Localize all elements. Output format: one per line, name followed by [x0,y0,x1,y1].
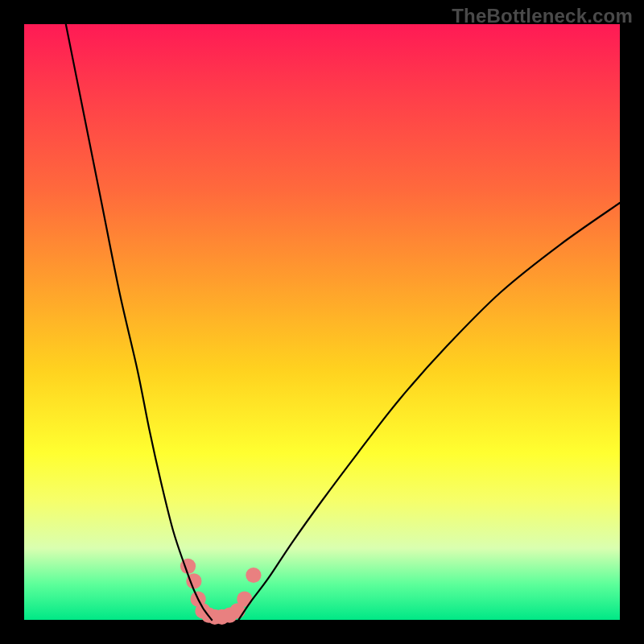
marker-point [237,591,252,606]
chart-svg [24,24,620,620]
marker-point [246,568,261,583]
chart-frame: TheBottleneck.com [0,0,644,644]
curve-layer [66,24,620,620]
watermark-text: TheBottleneck.com [452,5,633,27]
curve-right-curve [238,203,620,620]
plot-area [24,24,620,620]
curve-left-curve [66,24,212,620]
marker-layer [180,559,262,625]
